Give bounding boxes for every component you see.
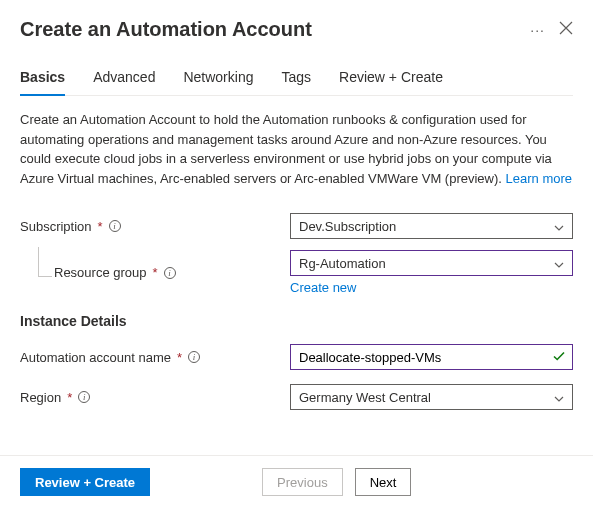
region-value: Germany West Central [299,390,431,405]
region-select[interactable]: Germany West Central [290,384,573,410]
subscription-value: Dev.Subscription [299,219,396,234]
intro-body: Create an Automation Account to hold the… [20,112,552,186]
tree-connector [38,247,52,277]
intro-text: Create an Automation Account to hold the… [20,110,573,188]
footer-bar: Review + Create Previous Next [0,455,593,508]
page-title: Create an Automation Account [20,18,312,41]
chevron-down-icon [554,219,564,234]
tab-review-create[interactable]: Review + Create [339,69,443,95]
create-new-link[interactable]: Create new [290,280,356,295]
resource-group-select[interactable]: Rg-Automation [290,250,573,276]
required-marker: * [153,265,158,280]
resource-group-value: Rg-Automation [299,256,386,271]
required-marker: * [98,219,103,234]
account-name-input[interactable] [290,344,573,370]
info-icon[interactable]: i [109,220,121,232]
section-instance-details: Instance Details [20,313,573,329]
subscription-label: Subscription [20,219,92,234]
close-icon [559,21,573,35]
tab-basics[interactable]: Basics [20,69,65,95]
chevron-down-icon [554,256,564,271]
tab-networking[interactable]: Networking [183,69,253,95]
learn-more-link[interactable]: Learn more [506,171,572,186]
required-marker: * [67,390,72,405]
more-actions-button[interactable]: ··· [530,22,545,38]
info-icon[interactable]: i [164,267,176,279]
next-button[interactable]: Next [355,468,412,496]
review-create-button[interactable]: Review + Create [20,468,150,496]
account-name-label: Automation account name [20,350,171,365]
subscription-select[interactable]: Dev.Subscription [290,213,573,239]
chevron-down-icon [554,390,564,405]
previous-button[interactable]: Previous [262,468,343,496]
tab-advanced[interactable]: Advanced [93,69,155,95]
resource-group-label: Resource group [54,265,147,280]
required-marker: * [177,350,182,365]
info-icon[interactable]: i [78,391,90,403]
tab-tags[interactable]: Tags [281,69,311,95]
tab-bar: Basics Advanced Networking Tags Review +… [20,69,573,96]
close-button[interactable] [559,21,573,38]
info-icon[interactable]: i [188,351,200,363]
region-label: Region [20,390,61,405]
